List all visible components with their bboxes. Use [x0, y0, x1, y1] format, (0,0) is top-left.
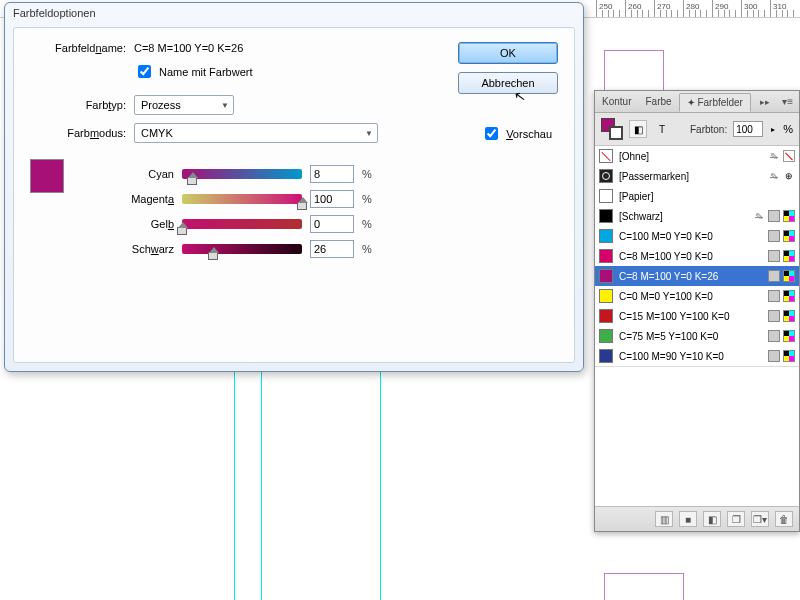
swatch-row[interactable]: C=100 M=0 Y=0 K=0: [595, 226, 799, 246]
cyan-input[interactable]: [310, 165, 354, 183]
percent-label: %: [362, 218, 372, 230]
swatch-row[interactable]: C=8 M=100 Y=0 K=0: [595, 246, 799, 266]
object-formatting-icon[interactable]: ◧: [629, 120, 647, 138]
swatch-name-value: C=8 M=100 Y=0 K=26: [134, 42, 243, 54]
magenta-input[interactable]: [310, 190, 354, 208]
panel-footer: ▥ ■ ◧ ❐ ❐▾ 🗑: [595, 506, 799, 531]
proc-icon: [768, 250, 780, 262]
swatch-name: [Ohne]: [619, 151, 762, 162]
tint-input[interactable]: [733, 121, 763, 137]
new-swatch-icon[interactable]: ❐: [727, 511, 745, 527]
tint-label: Farbton:: [690, 124, 727, 135]
swatch-name: [Passermarken]: [619, 171, 762, 182]
cmyk-icon: [783, 290, 795, 302]
proc-icon: [768, 310, 780, 322]
tint-stepper-icon[interactable]: ▸: [769, 125, 777, 134]
cmyk-icon: [783, 310, 795, 322]
swatch-chip: [599, 209, 613, 223]
show-gradient-swatches-icon[interactable]: ◧: [703, 511, 721, 527]
color-mode-label: Farbmodus:: [30, 127, 126, 139]
ok-button[interactable]: OK: [458, 42, 558, 64]
show-all-swatches-icon[interactable]: ▥: [655, 511, 673, 527]
proc-icon: [768, 230, 780, 242]
swatch-name: C=8 M=100 Y=0 K=26: [619, 271, 762, 282]
cmyk-icon: [783, 350, 795, 362]
show-color-swatches-icon[interactable]: ■: [679, 511, 697, 527]
swatch-row[interactable]: [Schwarz]: [595, 206, 799, 226]
proc-icon: [768, 270, 780, 282]
black-label: Schwarz: [78, 243, 174, 255]
cancel-button[interactable]: Abbrechen: [458, 72, 558, 94]
delete-swatch-icon[interactable]: 🗑: [775, 511, 793, 527]
panel-menu-icon[interactable]: ▾≡: [776, 96, 799, 107]
proc-icon: [768, 290, 780, 302]
swatch-name: C=15 M=100 Y=100 K=0: [619, 311, 762, 322]
chevron-down-icon: ▼: [365, 129, 373, 138]
swatch-row[interactable]: [Passermarken]⊕: [595, 166, 799, 186]
percent-label: %: [783, 123, 793, 135]
text-formatting-icon[interactable]: T: [653, 120, 671, 138]
swatch-options-dialog: Farbfeldoptionen OK Abbrechen ↖ Vorschau…: [4, 2, 584, 372]
collapse-icon[interactable]: ▸▸: [754, 97, 776, 107]
swatch-list-empty-area: [595, 366, 799, 506]
panel-tab-bar: Kontur Farbe ✦ Farbfelder ▸▸ ▾≡: [595, 91, 799, 113]
percent-label: %: [362, 168, 372, 180]
yellow-slider[interactable]: [182, 219, 302, 229]
black-input[interactable]: [310, 240, 354, 258]
swatch-chip: [599, 189, 613, 203]
tab-kontur[interactable]: Kontur: [595, 93, 638, 110]
fill-stroke-proxy[interactable]: [601, 118, 623, 140]
percent-label: %: [362, 243, 372, 255]
reg-icon: ⊕: [783, 170, 795, 182]
swatch-chip: [599, 269, 613, 283]
lock-icon: [768, 150, 780, 162]
cyan-label: Cyan: [78, 168, 174, 180]
swatch-chip: [599, 329, 613, 343]
proc-icon: [768, 210, 780, 222]
lock-icon: [768, 170, 780, 182]
swatch-row[interactable]: C=0 M=0 Y=100 K=0: [595, 286, 799, 306]
swatch-name: C=0 M=0 Y=100 K=0: [619, 291, 762, 302]
lock-icon: [753, 210, 765, 222]
color-type-label: Farbtyp:: [30, 99, 126, 111]
cyan-slider[interactable]: [182, 169, 302, 179]
chevron-down-icon: ▼: [221, 101, 229, 110]
tab-farbe[interactable]: Farbe: [638, 93, 678, 110]
color-mode-select[interactable]: CMYK▼: [134, 123, 378, 143]
swatch-chip: [599, 309, 613, 323]
swatch-chip: [599, 349, 613, 363]
swatch-name: [Papier]: [619, 191, 789, 202]
swatch-row[interactable]: C=8 M=100 Y=0 K=26: [595, 266, 799, 286]
panel-toolbar: ◧ T Farbton: ▸ %: [595, 113, 799, 146]
swatch-chip: [599, 149, 613, 163]
cmyk-icon: [783, 330, 795, 342]
tab-farbfelder[interactable]: ✦ Farbfelder: [679, 93, 751, 112]
swatch-chip: [599, 229, 613, 243]
swatch-row[interactable]: C=75 M=5 Y=100 K=0: [595, 326, 799, 346]
swatch-row[interactable]: C=15 M=100 Y=100 K=0: [595, 306, 799, 326]
preview-label: Vorschau: [506, 128, 552, 140]
swatch-row[interactable]: [Papier]: [595, 186, 799, 206]
black-slider[interactable]: [182, 244, 302, 254]
yellow-input[interactable]: [310, 215, 354, 233]
cmyk-icon: [783, 230, 795, 242]
swatch-name: C=8 M=100 Y=0 K=0: [619, 251, 762, 262]
swatch-row[interactable]: C=100 M=90 Y=10 K=0: [595, 346, 799, 366]
swatch-chip: [599, 249, 613, 263]
noedit-icon: [783, 150, 795, 162]
preview-checkbox[interactable]: [485, 127, 498, 140]
swatch-row[interactable]: [Ohne]: [595, 146, 799, 166]
color-type-select[interactable]: Prozess▼: [134, 95, 234, 115]
swatch-chip: [599, 169, 613, 183]
proc-icon: [768, 330, 780, 342]
percent-label: %: [362, 193, 372, 205]
name-with-value-checkbox[interactable]: [138, 65, 151, 78]
new-swatch-menu-icon[interactable]: ❐▾: [751, 511, 769, 527]
magenta-slider[interactable]: [182, 194, 302, 204]
name-with-value-label: Name mit Farbwert: [159, 66, 253, 78]
swatch-name: C=75 M=5 Y=100 K=0: [619, 331, 762, 342]
cmyk-icon: [783, 270, 795, 282]
cmyk-icon: [783, 210, 795, 222]
swatch-preview: [30, 159, 64, 193]
swatches-panel: Kontur Farbe ✦ Farbfelder ▸▸ ▾≡ ◧ T Farb…: [594, 90, 800, 532]
